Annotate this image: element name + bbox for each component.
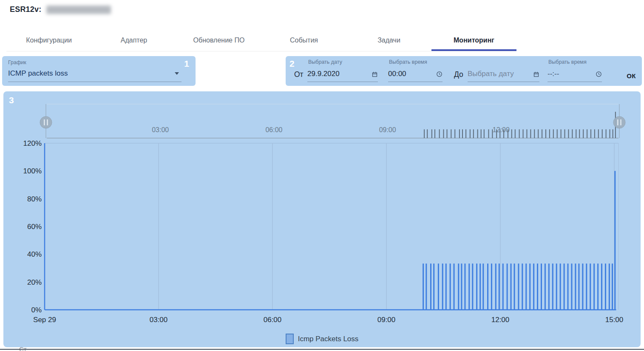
tab-tasks[interactable]: Задачи — [346, 30, 431, 51]
legend-swatch — [286, 334, 294, 344]
from-date-caption: Выбрать дату — [308, 59, 342, 65]
svg-text:60%: 60% — [27, 223, 42, 231]
from-label: От — [294, 70, 304, 79]
graph-select[interactable]: ICMP packets loss — [8, 69, 182, 82]
svg-text:15:00: 15:00 — [605, 316, 624, 324]
from-time-input[interactable] — [388, 70, 434, 78]
navigator-handle-right[interactable] — [613, 116, 625, 128]
to-time-caption: Выбрать время — [548, 59, 587, 65]
redacted-ip — [46, 6, 111, 14]
svg-text:03:00: 03:00 — [152, 126, 169, 133]
ok-button[interactable]: ОК — [627, 72, 636, 79]
to-label: До — [454, 70, 463, 79]
svg-text:20%: 20% — [27, 278, 42, 286]
tab-events[interactable]: События — [261, 30, 346, 51]
to-date-input[interactable] — [468, 70, 531, 78]
tab-firmware-update[interactable]: Обновление ПО — [176, 30, 261, 51]
to-time-input[interactable] — [548, 70, 593, 78]
tab-label: Обновление ПО — [193, 37, 245, 44]
svg-text:100%: 100% — [23, 167, 42, 175]
tab-label: Адаптер — [121, 37, 148, 44]
from-date-group: Выбрать дату — [307, 56, 378, 86]
tab-bar: Конфигурации Адаптер Обновление ПО Событ… — [6, 30, 516, 51]
step-badge-1: 1 — [184, 59, 189, 69]
from-time-group: Выбрать время — [388, 56, 443, 86]
svg-text:Sep 29: Sep 29 — [33, 316, 56, 324]
to-date-group — [468, 56, 539, 86]
svg-text:09:00: 09:00 — [379, 126, 396, 133]
svg-text:120%: 120% — [23, 139, 42, 147]
tab-label: Задачи — [377, 37, 400, 44]
cutoff-text: Ст — [19, 345, 27, 351]
bottom-divider — [0, 349, 644, 350]
svg-text:09:00: 09:00 — [377, 316, 396, 324]
svg-text:06:00: 06:00 — [264, 316, 282, 324]
chart-legend: Icmp Packets Loss — [3, 334, 641, 344]
calendar-icon[interactable] — [533, 71, 539, 77]
chart-panel: 03:0006:0009:0012:000%20%40%60%80%100%12… — [3, 91, 641, 347]
clock-icon[interactable] — [436, 71, 443, 77]
svg-text:0%: 0% — [31, 306, 42, 314]
svg-text:12:00: 12:00 — [491, 316, 510, 324]
svg-text:12:00: 12:00 — [493, 126, 510, 133]
calendar-icon[interactable] — [372, 71, 378, 77]
legend-label: Icmp Packets Loss — [298, 335, 359, 343]
range-picker-panel: 2 От Выбрать дату Выбрать время До Вы — [286, 56, 642, 86]
monitoring-chart: 03:0006:0009:0012:000%20%40%60%80%100%12… — [3, 91, 641, 347]
tab-monitoring[interactable]: Мониторинг — [431, 30, 516, 51]
graph-field-label: График — [8, 59, 26, 65]
svg-text:80%: 80% — [27, 195, 42, 203]
from-time-caption: Выбрать время — [389, 59, 427, 65]
svg-text:03:00: 03:00 — [150, 316, 168, 324]
to-time-group: Выбрать время — [548, 56, 602, 86]
tab-label: События — [290, 37, 318, 44]
graph-selector-panel: 1 График ICMP packets loss — [2, 56, 196, 86]
from-date-input[interactable] — [307, 70, 369, 78]
step-badge-2: 2 — [289, 59, 295, 69]
tab-configurations[interactable]: Конфигурации — [6, 30, 91, 51]
svg-text:40%: 40% — [27, 250, 42, 258]
graph-select-value: ICMP packets loss — [8, 69, 68, 78]
titlebar: ESR12v: — [10, 5, 111, 14]
step-badge-3: 3 — [9, 95, 14, 105]
device-name: ESR12v: — [10, 5, 41, 14]
clock-icon[interactable] — [596, 71, 602, 77]
tab-label: Мониторинг — [454, 37, 494, 44]
tab-adapter[interactable]: Адаптер — [91, 30, 176, 51]
tab-label: Конфигурации — [26, 37, 72, 44]
navigator-handle-left[interactable] — [40, 116, 52, 128]
dropdown-caret-icon — [175, 72, 179, 75]
svg-text:06:00: 06:00 — [265, 126, 282, 133]
